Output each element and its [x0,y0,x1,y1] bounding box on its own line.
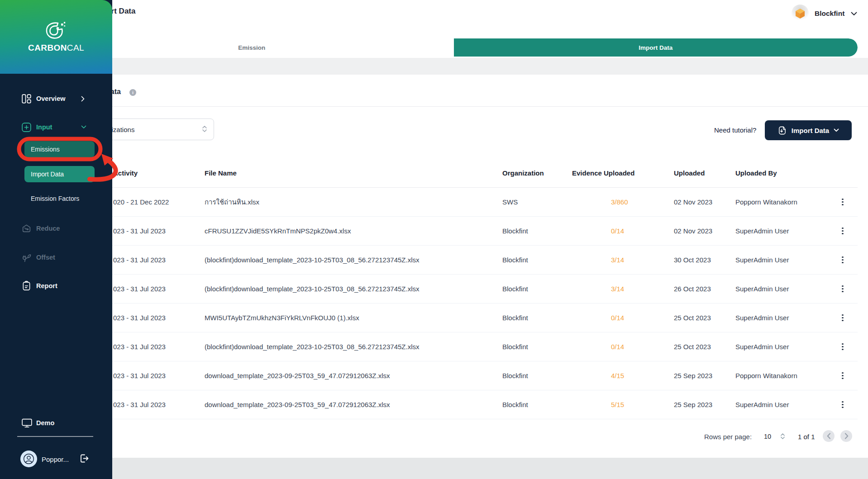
cell-file-name: (blockfint)download_template_2023-10-25T… [205,275,420,303]
org-switcher-label: Blockfint [815,9,844,18]
row-actions-kebab-icon[interactable] [836,304,849,332]
cell-uploaded: 25 Oct 2023 [674,332,711,361]
table-row: 023 - 31 Jul 2023 cFRUSU1ZZVJidE5SYkRnTm… [0,217,858,246]
cell-evidence-uploaded: 4/15 [611,361,624,390]
table-row: 020 - 21 Dec 2022 การใช้ถ่านหิน.xlsx SWS… [0,188,858,217]
cell-uploaded: 02 Nov 2023 [674,188,712,216]
row-actions-kebab-icon[interactable] [836,390,849,419]
cell-activity: 023 - 31 Jul 2023 [113,304,166,332]
cell-file-name: (blockfint)download_template_2023-10-25T… [205,246,420,274]
rows-per-page-select[interactable]: 10 [764,433,771,440]
cell-file-name: MWI5UTAybTZmUkhzN3FiYkRLVnFkOUJ0 (1).xls… [205,304,359,332]
cell-organization: Blockfint [502,390,528,419]
table-row: 023 - 31 Jul 2023 (blockfint)download_te… [0,246,858,275]
row-actions-kebab-icon[interactable] [836,332,849,361]
column-header-activity: Activity [113,169,138,177]
row-actions-kebab-icon[interactable] [836,246,849,274]
column-header-organization: Organization [502,169,544,177]
cell-activity: 023 - 31 Jul 2023 [113,275,166,303]
row-actions-kebab-icon[interactable] [836,275,849,303]
cell-organization: Blockfint [502,332,528,361]
cell-uploaded-by: SuperAdmin User [735,390,789,419]
cell-uploaded-by: Popporn Witanakorn [735,361,797,390]
chevron-down-icon [851,10,857,17]
row-actions-kebab-icon[interactable] [836,361,849,390]
cell-uploaded: 30 Oct 2023 [674,246,711,274]
cell-uploaded-by: SuperAdmin User [735,304,789,332]
column-header-evidence-uploaded: Evidence Uploaded [572,169,634,177]
table-row: 023 - 31 Jul 2023 (blockfint)download_te… [0,332,858,361]
table-row: 023 - 31 Jul 2023 download_template_2023… [0,361,858,390]
sidebar-item-offset[interactable]: Offset [0,251,112,264]
sidebar: CARBONCAL Overview Input Emissions Impor… [0,0,112,479]
section-divider [0,106,868,107]
page-info: 1 of 1 [798,433,815,441]
sidebar-item-reduce[interactable]: Reduce [0,222,112,235]
cell-uploaded-by: SuperAdmin User [735,332,789,361]
table-row: 023 - 31 Jul 2023 (blockfint)download_te… [0,275,858,304]
file-download-icon [777,126,787,135]
tab-import-data[interactable]: Import Data [454,38,858,57]
next-page-button[interactable] [840,430,852,442]
sidebar-item-input[interactable]: Input [0,120,112,134]
tab-bar: Emission Import Data [50,38,858,57]
user-avatar [20,451,37,467]
cell-file-name: download_template_2023-09-25T03_59_47.07… [205,361,390,390]
reduce-icon [22,224,31,233]
cell-uploaded-by: SuperAdmin User [735,275,789,303]
import-data-button[interactable]: Import Data [765,120,852,140]
table-row: 023 - 31 Jul 2023 MWI5UTAybTZmUkhzN3FiYk… [0,304,858,332]
cell-activity: 023 - 31 Jul 2023 [113,217,166,245]
cell-organization: SWS [502,188,518,216]
cell-activity: 023 - 31 Jul 2023 [113,332,166,361]
sidebar-item-import-data[interactable]: Import Data [24,166,95,182]
plus-square-icon [22,123,31,132]
cell-evidence-uploaded: 3/14 [611,275,624,303]
import-data-button-label: Import Data [792,127,829,134]
column-header-uploaded: Uploaded [674,169,705,177]
offset-plant-icon [22,253,31,262]
cell-evidence-uploaded: 3/14 [611,246,624,274]
sidebar-item-emission-factors[interactable]: Emission Factors [31,193,79,204]
column-header-file-name: File Name [205,169,237,177]
sidebar-item-report[interactable]: Report [0,279,112,293]
content-gap-strip [0,58,868,75]
sidebar-item-overview[interactable]: Overview [0,92,112,105]
cell-activity: 020 - 21 Dec 2022 [113,188,169,216]
cell-uploaded: 26 Oct 2023 [674,275,711,303]
cell-activity: 023 - 31 Jul 2023 [113,390,166,419]
cell-organization: Blockfint [502,361,528,390]
cell-organization: Blockfint [502,246,528,274]
cell-file-name: (blockfint)download_template_2023-10-25T… [205,332,420,361]
report-clipboard-icon [22,281,31,291]
chevron-right-icon [81,96,85,102]
rows-per-page-label: Rows per page: [704,433,752,441]
cell-uploaded: 25 Sep 2023 [674,390,712,419]
info-icon[interactable]: i [129,89,136,96]
sidebar-item-emissions[interactable]: Emissions [24,141,95,157]
cell-organization: Blockfint [502,304,528,332]
user-row[interactable]: Poppor... [0,448,112,470]
sidebar-item-demo[interactable]: Demo [0,416,112,430]
cell-uploaded: 02 Nov 2023 [674,217,712,245]
cell-file-name: การใช้ถ่านหิน.xlsx [205,188,259,216]
cell-activity: 023 - 31 Jul 2023 [113,361,166,390]
org-switcher[interactable]: Blockfint [791,4,859,24]
cell-uploaded-by: SuperAdmin User [735,246,789,274]
brand-wordmark: CARBONCAL [28,43,84,53]
chevron-down-icon [834,128,839,132]
logout-icon[interactable] [79,453,89,464]
table-row: 023 - 31 Jul 2023 download_template_2023… [0,390,858,419]
monitor-icon [22,418,32,428]
cell-uploaded: 25 Oct 2023 [674,304,711,332]
column-header-uploaded-by: Uploaded By [735,169,777,177]
row-actions-kebab-icon[interactable] [836,188,849,216]
cell-evidence-uploaded: 0/14 [611,304,624,332]
previous-page-button[interactable] [823,430,835,442]
need-tutorial-link[interactable]: Need tutorial? [714,126,756,134]
brand-logo: CARBONCAL [0,0,112,74]
row-actions-kebab-icon[interactable] [836,217,849,245]
cell-file-name: cFRUSU1ZZVJidE5SYkRnTmNPS2pkZ0w4.xlsx [205,217,351,245]
sorter-icon [780,432,785,442]
carboncal-leaf-icon [44,21,68,40]
